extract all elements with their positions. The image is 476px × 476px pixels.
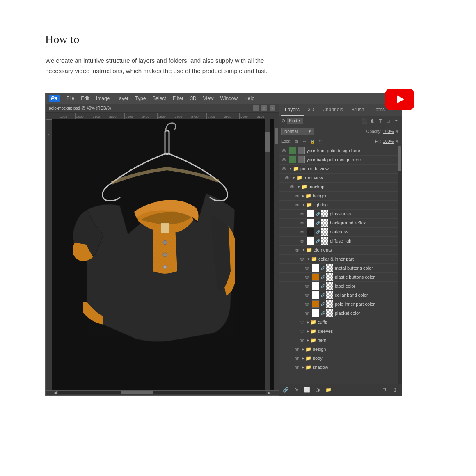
layer-row[interactable]: 🔗 diffuse light	[279, 237, 402, 246]
lock-position-icon[interactable]: ✏	[301, 138, 308, 145]
layer-row[interactable]: 🔗 polo inner part color	[279, 300, 402, 309]
layer-row[interactable]: ▶ 📁 hanger	[279, 192, 402, 201]
layers-scrollthumb[interactable]	[398, 146, 401, 171]
layer-row[interactable]: ▶ 📁 body	[279, 354, 402, 363]
eye-icon[interactable]	[304, 292, 310, 298]
expand-icon[interactable]: ▶	[307, 330, 309, 333]
layer-row[interactable]: ▼ 📁 lighting	[279, 201, 402, 210]
expand-icon[interactable]: ▶	[307, 339, 309, 342]
canvas-scrollbar-bottom[interactable]: ◀ ▶	[46, 390, 279, 395]
layer-row[interactable]: 🔗 background reflex	[279, 219, 402, 228]
expand-icon[interactable]: ▼	[289, 167, 292, 171]
expand-icon[interactable]: ▼	[297, 185, 300, 189]
scroll-right-arrow[interactable]: ▶	[268, 391, 270, 395]
maximize-button[interactable]: □	[261, 105, 267, 111]
layer-row[interactable]: ▼ 📁 front view	[279, 174, 402, 183]
text-filter-icon[interactable]: T	[377, 118, 384, 124]
expand-icon[interactable]: ▼	[292, 176, 295, 180]
tab-channels[interactable]: Channels	[318, 104, 347, 116]
scroll-left-arrow[interactable]: ◀	[54, 391, 57, 395]
expand-icon[interactable]: ▼	[307, 257, 310, 261]
layer-row[interactable]: ▶ 📁 hem	[279, 336, 402, 345]
layer-row[interactable]: 🔗 glossiness	[279, 210, 402, 219]
eye-icon[interactable]	[299, 337, 305, 343]
eye-icon[interactable]	[299, 256, 305, 262]
lock-all-icon[interactable]: 🔒	[309, 138, 316, 145]
expand-icon[interactable]: ▼	[302, 248, 305, 252]
eye-icon[interactable]	[304, 265, 310, 271]
tab-brush[interactable]: Brush	[347, 104, 368, 116]
eye-icon[interactable]	[294, 364, 300, 371]
menu-edit[interactable]: Edit	[78, 95, 92, 102]
add-mask-icon[interactable]: ⬜	[303, 386, 311, 394]
expand-icon[interactable]: ▼	[302, 203, 305, 207]
menu-window[interactable]: Window	[217, 95, 241, 102]
layer-row[interactable]: ▶ 📁 design	[279, 345, 402, 354]
expand-icon[interactable]: ▶	[302, 357, 304, 360]
youtube-button[interactable]	[385, 89, 414, 110]
eye-icon[interactable]	[299, 319, 305, 325]
tab-3d[interactable]: 3D	[304, 104, 318, 116]
opacity-value[interactable]: 100%	[383, 129, 394, 134]
eye-icon[interactable]	[294, 201, 300, 208]
layer-row[interactable]: ▼ 📁 polo side view	[279, 165, 402, 174]
eye-icon[interactable]	[281, 165, 287, 172]
eye-icon[interactable]	[294, 247, 300, 253]
lock-pixels-icon[interactable]: ⊞	[293, 138, 300, 145]
layer-row[interactable]: 🔗 darkness	[279, 228, 402, 237]
layer-row[interactable]: ▶ 📁 sleeves	[279, 327, 402, 336]
expand-icon[interactable]: ▶	[302, 194, 304, 198]
layer-row[interactable]: your back polo design here	[279, 156, 402, 165]
delete-layer-icon[interactable]: 🗑	[391, 386, 399, 394]
eye-icon[interactable]	[281, 156, 287, 163]
menu-3d[interactable]: 3D	[187, 95, 199, 102]
menu-view[interactable]: View	[200, 95, 217, 102]
eye-icon[interactable]	[299, 229, 305, 235]
layer-row[interactable]: ▼ 📁 elements	[279, 246, 402, 255]
kind-dropdown[interactable]: Kind ▼	[287, 118, 303, 124]
eye-icon[interactable]	[294, 355, 300, 362]
layer-row[interactable]: 🔗 metal buttons color	[279, 264, 402, 273]
shape-filter-icon[interactable]: □	[385, 118, 391, 124]
eye-icon[interactable]	[299, 328, 305, 334]
layer-row[interactable]: 🔗 label color	[279, 282, 402, 291]
eye-icon[interactable]	[299, 220, 305, 226]
fill-value[interactable]: 100%	[383, 139, 394, 144]
eye-icon[interactable]	[294, 346, 300, 352]
menu-image[interactable]: Image	[93, 95, 112, 102]
eye-icon[interactable]	[304, 274, 310, 280]
new-layer-icon[interactable]: 🗒	[380, 386, 389, 394]
layers-scrollbar[interactable]	[398, 146, 402, 384]
expand-icon[interactable]: ▶	[307, 320, 309, 324]
close-button[interactable]: ×	[270, 105, 275, 111]
menu-select[interactable]: Select	[149, 95, 169, 102]
menu-filter[interactable]: Filter	[170, 95, 187, 102]
layer-row[interactable]: ▼ 📁 mockup	[279, 183, 402, 192]
layer-row[interactable]: your front polo design here	[279, 146, 402, 156]
eye-icon[interactable]	[289, 183, 295, 190]
canvas[interactable]	[52, 119, 274, 390]
lock-artboard-icon[interactable]: ⬚	[318, 138, 324, 145]
pixel-filter-icon[interactable]: ⬛	[362, 118, 368, 124]
eye-icon[interactable]	[304, 301, 310, 307]
eye-icon[interactable]	[304, 310, 310, 316]
scrollbar-track[interactable]	[58, 391, 266, 394]
minimize-button[interactable]: −	[253, 105, 259, 111]
menu-layer[interactable]: Layer	[113, 95, 131, 102]
adjustment-icon[interactable]: ◑	[314, 386, 322, 394]
eye-icon[interactable]	[281, 147, 287, 154]
adjustment-filter-icon[interactable]: ◐	[369, 118, 376, 124]
layer-row[interactable]: ▶ 📁 shadow	[279, 363, 402, 372]
layer-row[interactable]: ▶ 📁 cuffs	[279, 318, 402, 327]
tab-layers[interactable]: Layers	[281, 104, 304, 116]
layer-row[interactable]: 🔗 placket color	[279, 309, 402, 318]
eye-icon[interactable]	[299, 238, 305, 244]
menu-help[interactable]: Help	[241, 95, 257, 102]
smart-filter-icon[interactable]: ✦	[393, 118, 399, 124]
link-layers-icon[interactable]: 🔗	[281, 386, 290, 394]
layer-row[interactable]: ▼ 📁 collar & inner part	[279, 255, 402, 264]
fx-icon[interactable]: fx	[292, 386, 300, 394]
layer-row[interactable]: 🔗 plastic buttons color	[279, 273, 402, 282]
menu-type[interactable]: Type	[132, 95, 149, 102]
expand-icon[interactable]: ▶	[302, 366, 304, 369]
